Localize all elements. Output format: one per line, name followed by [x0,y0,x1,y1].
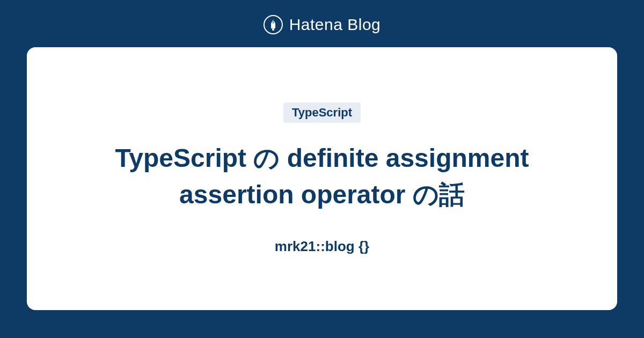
hatena-pen-icon [264,15,283,34]
category-tag: TypeScript [283,102,361,123]
blog-author: mrk21::blog {} [275,238,369,255]
brand-text: Hatena Blog [289,16,381,34]
article-title: TypeScript の definite assignment asserti… [80,140,564,212]
content-card: TypeScript TypeScript の definite assignm… [27,47,617,310]
header: Hatena Blog [264,0,381,47]
svg-point-0 [272,29,273,30]
